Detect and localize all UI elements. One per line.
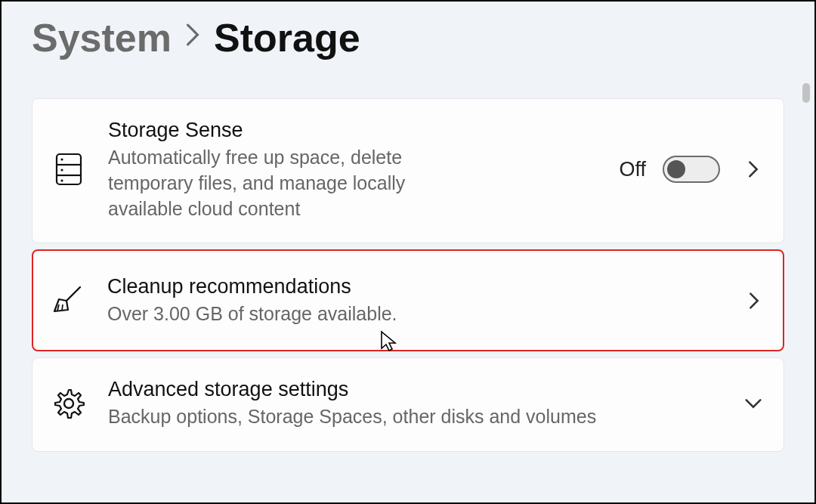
scrollbar[interactable]	[802, 83, 810, 103]
broom-icon	[48, 281, 88, 320]
card-controls	[737, 394, 762, 413]
server-icon	[49, 150, 88, 189]
svg-line-8	[62, 305, 63, 311]
storage-sense-toggle[interactable]	[663, 156, 720, 183]
chevron-right-icon	[745, 292, 763, 310]
card-text: Cleanup recommendations Over 3.00 GB of …	[107, 274, 718, 327]
chevron-down-icon	[744, 394, 762, 413]
settings-cards: Storage Sense Automatically free up spac…	[32, 98, 784, 452]
toggle-state-label: Off	[619, 158, 646, 181]
storage-sense-card[interactable]: Storage Sense Automatically free up spac…	[32, 98, 784, 243]
svg-point-3	[60, 159, 63, 161]
card-description: Over 3.00 GB of storage available.	[107, 301, 576, 327]
cleanup-recommendations-card[interactable]: Cleanup recommendations Over 3.00 GB of …	[32, 249, 784, 351]
advanced-storage-card[interactable]: Advanced storage settings Backup options…	[32, 357, 784, 452]
svg-line-6	[66, 287, 80, 301]
card-description: Automatically free up space, delete temp…	[108, 145, 463, 221]
breadcrumb: System Storage	[32, 15, 784, 60]
card-text: Advanced storage settings Backup options…	[108, 376, 717, 430]
svg-point-4	[60, 169, 63, 172]
card-title: Storage Sense	[108, 117, 599, 144]
card-controls	[737, 292, 763, 310]
card-text: Storage Sense Automatically free up spac…	[108, 117, 599, 221]
chevron-right-icon	[185, 23, 200, 53]
svg-point-5	[60, 180, 63, 182]
card-title: Cleanup recommendations	[107, 274, 718, 300]
gear-icon	[49, 384, 88, 423]
toggle-knob	[667, 160, 685, 178]
svg-point-9	[64, 399, 73, 408]
breadcrumb-parent-link[interactable]: System	[32, 15, 172, 60]
card-description: Backup options, Storage Spaces, other di…	[108, 404, 652, 430]
svg-line-7	[57, 305, 59, 311]
card-controls: Off	[619, 156, 762, 183]
svg-rect-0	[57, 154, 81, 184]
chevron-right-icon	[744, 160, 762, 178]
card-title: Advanced storage settings	[108, 376, 717, 403]
page-title: Storage	[214, 15, 360, 60]
